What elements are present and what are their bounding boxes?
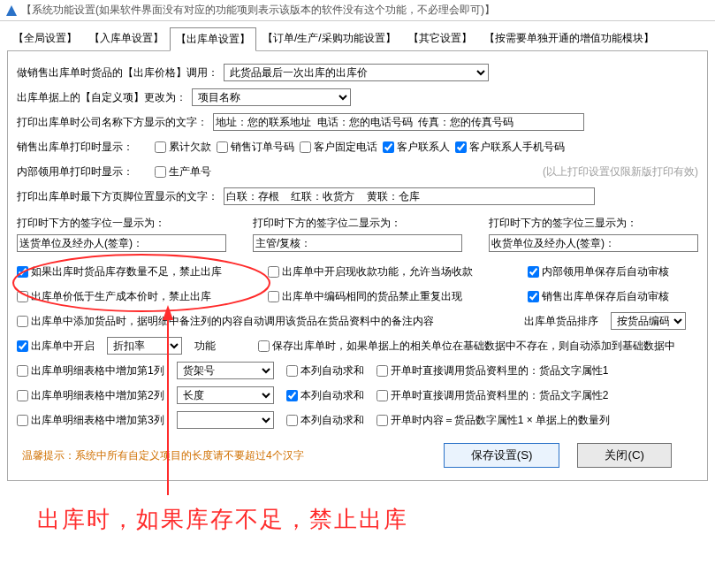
chk-add-col2[interactable]: 出库单明细表格中增加第2列: [17, 388, 164, 403]
chk-forbid-no-stock[interactable]: 如果出库时货品库存数量不足，禁止出库: [17, 264, 255, 279]
chk-col2-attr[interactable]: 开单时直接调用货品资料里的：货品文字属性2: [377, 388, 609, 403]
sig2-input[interactable]: [253, 234, 462, 252]
chk-order-no[interactable]: 销售订单号码: [217, 140, 294, 155]
tab-other[interactable]: 【其它设置】: [402, 27, 478, 50]
chk-arrears[interactable]: 累计欠款: [155, 140, 211, 155]
chk-no-dup-code[interactable]: 出库单中编码相同的货品禁止重复出现: [268, 289, 515, 304]
tab-outbound[interactable]: 【出库单设置】: [170, 27, 256, 51]
settings-panel: 做销售出库单时货品的【出库价格】调用： 此货品最后一次出库的出库价 出库单据上的…: [7, 50, 708, 481]
header-text-input[interactable]: [213, 113, 584, 131]
sig3-input[interactable]: [489, 234, 698, 252]
footer-text-input[interactable]: [224, 187, 595, 205]
tab-order[interactable]: 【订单/生产/采购功能设置】: [256, 27, 402, 50]
discount-suffix: 功能: [194, 339, 216, 354]
sig2-label: 打印时下方的签字位二显示为：: [253, 216, 462, 231]
chk-forbid-under-cost[interactable]: 出库单价低于生产成本价时，禁止出库: [17, 289, 255, 304]
sig1-input[interactable]: [17, 234, 226, 252]
annotation-text: 出库时，如果库存不足，禁止出库: [37, 504, 408, 535]
col2-select[interactable]: 长度: [177, 386, 274, 404]
price-source-label: 做销售出库单时货品的【出库价格】调用：: [17, 65, 218, 80]
chk-col2-sum[interactable]: 本列自动求和: [286, 388, 364, 403]
close-button[interactable]: 关闭(C): [577, 443, 672, 468]
print-hint: (以上打印设置仅限新版打印有效): [543, 164, 698, 179]
chk-prod-no[interactable]: 生产单号: [155, 164, 211, 179]
custom-field-label: 出库单据上的【自定义项】更改为：: [17, 90, 186, 105]
tab-inbound[interactable]: 【入库单设置】: [83, 27, 170, 50]
sales-print-label: 销售出库单打印时显示：: [17, 140, 149, 155]
custom-field-select[interactable]: 项目名称: [192, 88, 351, 106]
chk-auto-audit-sales[interactable]: 销售出库单保存后自动审核: [528, 289, 698, 304]
chk-cust-contact[interactable]: 客户联系人: [383, 140, 450, 155]
chk-auto-remark[interactable]: 出库单中添加货品时，据明细中备注列的内容自动调用该货品在货品资料中的备注内容: [17, 314, 512, 329]
tab-bar: 【全局设置】 【入库单设置】 【出库单设置】 【订单/生产/采购功能设置】 【其…: [0, 21, 715, 50]
chk-cash-receive[interactable]: 出库单中开启现收款功能，允许当场收款: [268, 264, 515, 279]
col1-select[interactable]: 货架号: [177, 362, 274, 379]
sort-select[interactable]: 按货品编码: [611, 312, 686, 330]
sig3-label: 打印时下方的签字位三显示为：: [489, 216, 698, 231]
chk-auto-audit-internal[interactable]: 内部领用单保存后自动审核: [528, 264, 698, 279]
titlebar: 【系统功能设置(如果软件界面没有对应的功能项则表示该版本的软件没有这个功能，不必…: [0, 0, 715, 21]
warm-hint: 温馨提示：系统中所有自定义项目的长度请不要超过4个汉字: [22, 448, 304, 463]
chk-col1-sum[interactable]: 本列自动求和: [286, 363, 364, 378]
chk-add-col1[interactable]: 出库单明细表格中增加第1列: [17, 363, 164, 378]
chk-col3-sum[interactable]: 本列自动求和: [286, 413, 364, 428]
sort-label: 出库单货品排序: [524, 314, 598, 329]
footer-text-label: 打印出库单时最下方页脚位置显示的文字：: [17, 189, 218, 204]
save-button[interactable]: 保存设置(S): [444, 443, 560, 468]
app-logo-icon: [5, 4, 18, 17]
chk-add-col3[interactable]: 出库单明细表格中增加第3列: [17, 413, 164, 428]
sig1-label: 打印时下方的签字位一显示为：: [17, 216, 226, 231]
discount-select[interactable]: 折扣率: [107, 337, 182, 355]
tab-global[interactable]: 【全局设置】: [7, 27, 83, 50]
chk-auto-add-base[interactable]: 保存出库单时，如果单据上的相关单位在基础数据中不存在，则自动添加到基础数据中: [258, 339, 675, 354]
header-text-label: 打印出库单时公司名称下方显示的文字：: [17, 115, 208, 130]
chk-cust-phone[interactable]: 客户固定电话: [300, 140, 377, 155]
chk-enable-discount[interactable]: 出库单中开启: [17, 339, 95, 354]
internal-print-label: 内部领用单打印时显示：: [17, 164, 149, 179]
chk-col1-attr[interactable]: 开单时直接调用货品资料里的：货品文字属性1: [377, 363, 609, 378]
tab-addon[interactable]: 【按需要单独开通的增值功能模块】: [478, 27, 660, 50]
col3-select[interactable]: [177, 411, 274, 429]
svg-marker-0: [6, 5, 17, 16]
chk-col3-attr[interactable]: 开单时内容＝货品数字属性1 × 单据上的数量列: [377, 413, 610, 428]
price-source-select[interactable]: 此货品最后一次出库的出库价: [224, 64, 489, 81]
window-title: 【系统功能设置(如果软件界面没有对应的功能项则表示该版本的软件没有这个功能，不必…: [21, 3, 495, 18]
chk-cust-mobile[interactable]: 客户联系人手机号码: [455, 140, 565, 155]
